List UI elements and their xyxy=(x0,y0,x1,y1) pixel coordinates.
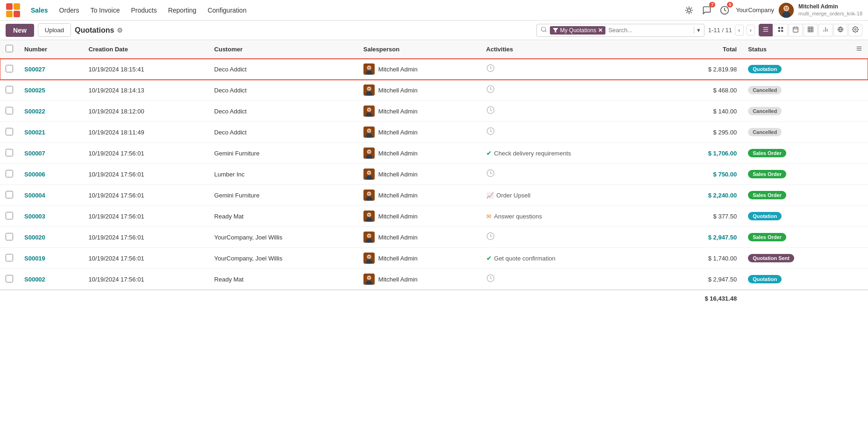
row-checkbox[interactable] xyxy=(6,128,13,135)
svg-point-94 xyxy=(369,256,370,257)
activities-cell[interactable]: ✉ Answer questions xyxy=(481,206,662,227)
kanban-view-button[interactable] xyxy=(774,24,788,36)
order-number-cell[interactable]: S00006 xyxy=(19,164,83,185)
col-salesperson[interactable]: Salesperson xyxy=(358,40,481,59)
svg-rect-14 xyxy=(763,27,768,28)
row-checkbox-cell[interactable] xyxy=(0,101,19,122)
select-all-checkbox[interactable] xyxy=(6,45,13,52)
row-checkbox-cell[interactable] xyxy=(0,122,19,143)
activities-cell[interactable]: 📈 Order Upsell xyxy=(481,185,662,206)
order-number-cell[interactable]: S00003 xyxy=(19,206,83,227)
order-number[interactable]: S00002 xyxy=(24,276,45,283)
bug-button[interactable] xyxy=(683,4,696,17)
list-view-button[interactable] xyxy=(759,24,773,36)
row-checkbox-cell[interactable] xyxy=(0,227,19,248)
row-checkbox-cell[interactable] xyxy=(0,206,19,227)
row-checkbox[interactable] xyxy=(6,86,13,93)
svg-point-83 xyxy=(369,214,370,215)
col-creation-date[interactable]: Creation Date xyxy=(83,40,208,59)
nav-orders[interactable]: Orders xyxy=(55,5,84,16)
table-view-button[interactable] xyxy=(804,24,818,36)
table-row: S00025 10/19/2024 18:14:13 Deco Addict M… xyxy=(0,80,868,101)
row-checkbox-cell[interactable] xyxy=(0,80,19,101)
extra-cell xyxy=(850,248,868,269)
col-activities[interactable]: Activities xyxy=(481,40,662,59)
next-page-button[interactable]: › xyxy=(747,25,755,35)
row-checkbox[interactable] xyxy=(6,170,13,177)
activities-cell[interactable] xyxy=(481,164,662,185)
row-checkbox[interactable] xyxy=(6,212,13,219)
table-row: S00004 10/19/2024 17:56:01 Gemini Furnit… xyxy=(0,185,868,206)
activities-cell[interactable] xyxy=(481,59,662,80)
activities-cell[interactable] xyxy=(481,227,662,248)
settings-gear-icon[interactable]: ⚙ xyxy=(117,27,123,34)
clock-button[interactable]: 5 xyxy=(718,4,731,17)
col-number[interactable]: Number xyxy=(19,40,83,59)
col-status[interactable]: Status xyxy=(742,40,850,59)
prev-page-button[interactable]: ‹ xyxy=(735,25,743,35)
row-checkbox-cell[interactable] xyxy=(0,143,19,164)
activities-cell[interactable] xyxy=(481,80,662,101)
order-number-cell[interactable]: S00019 xyxy=(19,248,83,269)
activities-cell[interactable]: ✔ Get quote confirmation xyxy=(481,248,662,269)
row-checkbox[interactable] xyxy=(6,254,13,261)
row-checkbox[interactable] xyxy=(6,233,13,240)
row-checkbox[interactable] xyxy=(6,275,13,282)
order-number-cell[interactable]: S00002 xyxy=(19,269,83,290)
odoo-logo[interactable] xyxy=(6,3,21,18)
row-checkbox[interactable] xyxy=(6,107,13,114)
order-number[interactable]: S00003 xyxy=(24,213,45,220)
order-number-cell[interactable]: S00007 xyxy=(19,143,83,164)
col-total[interactable]: Total xyxy=(661,40,742,59)
order-number[interactable]: S00022 xyxy=(24,108,45,115)
order-number[interactable]: S00027 xyxy=(24,66,45,73)
clock-activity-icon xyxy=(486,85,495,95)
order-number[interactable]: S00020 xyxy=(24,234,45,241)
search-bar[interactable]: My Quotations ✕ ▾ xyxy=(536,24,704,37)
settings-view-button[interactable] xyxy=(848,24,862,36)
activities-cell[interactable] xyxy=(481,101,662,122)
nav-reporting[interactable]: Reporting xyxy=(164,5,201,16)
calendar-view-button[interactable] xyxy=(789,24,803,36)
activities-cell[interactable] xyxy=(481,122,662,143)
col-customer[interactable]: Customer xyxy=(209,40,358,59)
nav-sales[interactable]: Sales xyxy=(26,5,53,16)
row-checkbox-cell[interactable] xyxy=(0,164,19,185)
order-number-cell[interactable]: S00020 xyxy=(19,227,83,248)
activities-cell[interactable]: ✔ Check delivery requirements xyxy=(481,143,662,164)
activities-cell[interactable] xyxy=(481,269,662,290)
remove-filter-button[interactable]: ✕ xyxy=(598,27,603,34)
upload-button[interactable]: Upload xyxy=(38,23,71,37)
order-number-cell[interactable]: S00004 xyxy=(19,185,83,206)
search-input[interactable] xyxy=(608,27,691,34)
search-dropdown-button[interactable]: ▾ xyxy=(694,27,700,34)
order-number[interactable]: S00004 xyxy=(24,192,45,199)
status-badge: Sales Order xyxy=(748,233,786,241)
row-checkbox[interactable] xyxy=(6,191,13,198)
order-number-cell[interactable]: S00022 xyxy=(19,101,83,122)
order-number[interactable]: S00006 xyxy=(24,171,45,178)
row-checkbox[interactable] xyxy=(6,65,13,72)
order-number-cell[interactable]: S00021 xyxy=(19,122,83,143)
order-number[interactable]: S00019 xyxy=(24,255,45,262)
order-number[interactable]: S00025 xyxy=(24,87,45,94)
row-checkbox-cell[interactable] xyxy=(0,59,19,80)
nav-configuration[interactable]: Configuration xyxy=(203,5,251,16)
order-number-cell[interactable]: S00027 xyxy=(19,59,83,80)
nav-to-invoice[interactable]: To Invoice xyxy=(85,5,124,16)
chat-button[interactable]: 7 xyxy=(700,4,713,17)
nav-products[interactable]: Products xyxy=(126,5,161,16)
row-checkbox-cell[interactable] xyxy=(0,269,19,290)
row-checkbox[interactable] xyxy=(6,149,13,156)
order-number-cell[interactable]: S00025 xyxy=(19,80,83,101)
order-number[interactable]: S00021 xyxy=(24,129,45,136)
order-number[interactable]: S00007 xyxy=(24,150,45,157)
row-checkbox-cell[interactable] xyxy=(0,185,19,206)
pivot-view-button[interactable] xyxy=(833,24,847,36)
user-avatar[interactable] xyxy=(779,3,794,18)
status-cell: Sales Order xyxy=(742,227,850,248)
row-checkbox-cell[interactable] xyxy=(0,248,19,269)
new-button[interactable]: New xyxy=(6,24,34,37)
chart-view-button[interactable] xyxy=(818,24,832,36)
filter-tag-my-quotations[interactable]: My Quotations ✕ xyxy=(550,26,605,35)
